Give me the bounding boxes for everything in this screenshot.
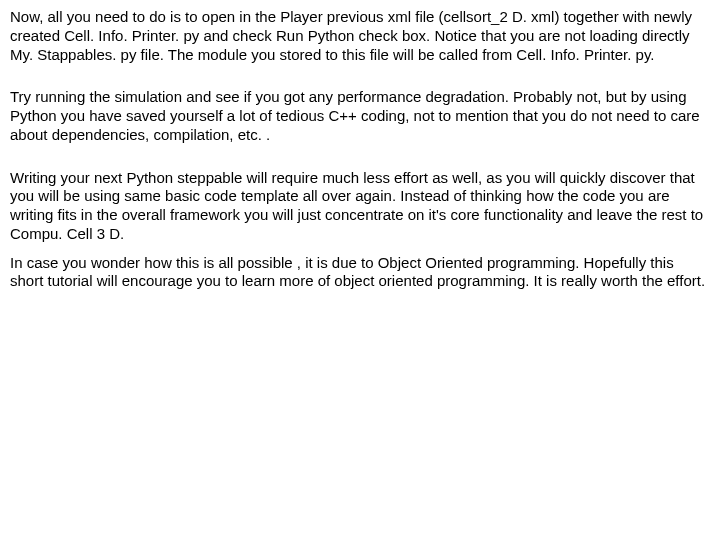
paragraph-2: Try running the simulation and see if yo…	[10, 88, 710, 144]
paragraph-1: Now, all you need to do is to open in th…	[10, 8, 710, 64]
document-page: Now, all you need to do is to open in th…	[0, 0, 720, 301]
paragraph-4: In case you wonder how this is all possi…	[10, 254, 710, 292]
paragraph-3: Writing your next Python steppable will …	[10, 169, 710, 244]
